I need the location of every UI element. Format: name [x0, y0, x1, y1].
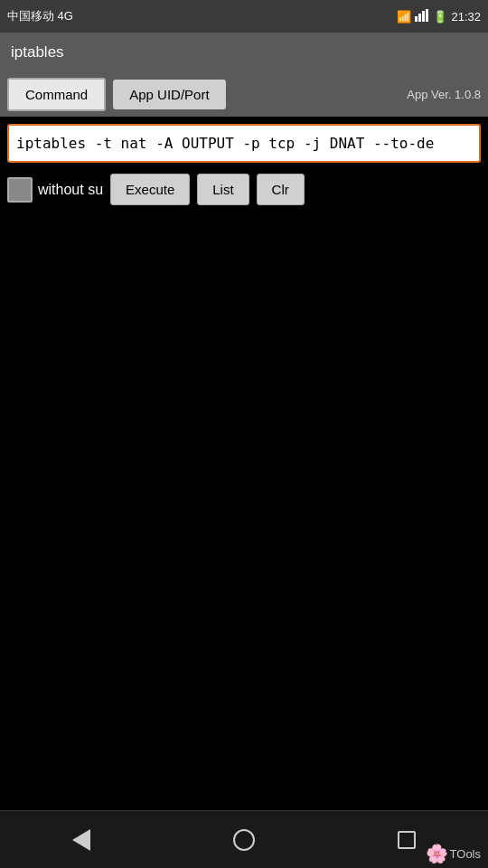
app-title: iptables: [11, 43, 64, 61]
status-right: 📶 🔋 21:32: [397, 9, 481, 24]
signal-icon: [415, 9, 429, 24]
controls-row: without su Execute List Clr: [7, 174, 481, 205]
tools-area: 🌸 TOols: [426, 843, 481, 864]
home-button[interactable]: [222, 818, 266, 862]
without-su-checkbox[interactable]: [7, 177, 33, 203]
tab-appuid[interactable]: App UID/Port: [113, 80, 225, 109]
without-su-label: without su: [38, 182, 103, 198]
svg-rect-2: [422, 11, 425, 22]
tools-flower-icon: 🌸: [426, 843, 448, 864]
home-icon: [233, 829, 255, 851]
svg-rect-1: [418, 14, 421, 22]
tabs-bar: Command App UID/Port App Ver. 1.0.8: [0, 72, 488, 117]
back-button[interactable]: [60, 818, 103, 862]
wifi-icon: 📶: [397, 10, 411, 24]
command-input-container: [7, 124, 481, 163]
command-input[interactable]: [9, 126, 479, 161]
title-bar: iptables: [0, 33, 488, 72]
battery-icon: 🔋: [433, 10, 447, 24]
without-su-container: without su: [7, 177, 103, 203]
recents-icon: [398, 831, 416, 849]
status-bar: 中国移动 4G 📶 🔋 21:32: [0, 0, 488, 33]
nav-bar: 🌸 TOols: [0, 810, 488, 868]
tab-command[interactable]: Command: [7, 78, 106, 111]
back-icon: [72, 829, 90, 851]
list-button[interactable]: List: [197, 174, 249, 205]
execute-button[interactable]: Execute: [110, 174, 190, 205]
svg-rect-3: [426, 9, 428, 22]
main-content: without su Execute List Clr: [0, 117, 488, 810]
tools-label: TOols: [450, 847, 481, 861]
clr-button[interactable]: Clr: [257, 174, 305, 205]
recents-button[interactable]: [385, 818, 428, 862]
time-text: 21:32: [451, 10, 481, 24]
svg-rect-0: [415, 16, 418, 22]
carrier-text: 中国移动 4G: [7, 8, 73, 24]
status-left: 中国移动 4G: [7, 8, 73, 24]
app-version: App Ver. 1.0.8: [407, 88, 481, 101]
